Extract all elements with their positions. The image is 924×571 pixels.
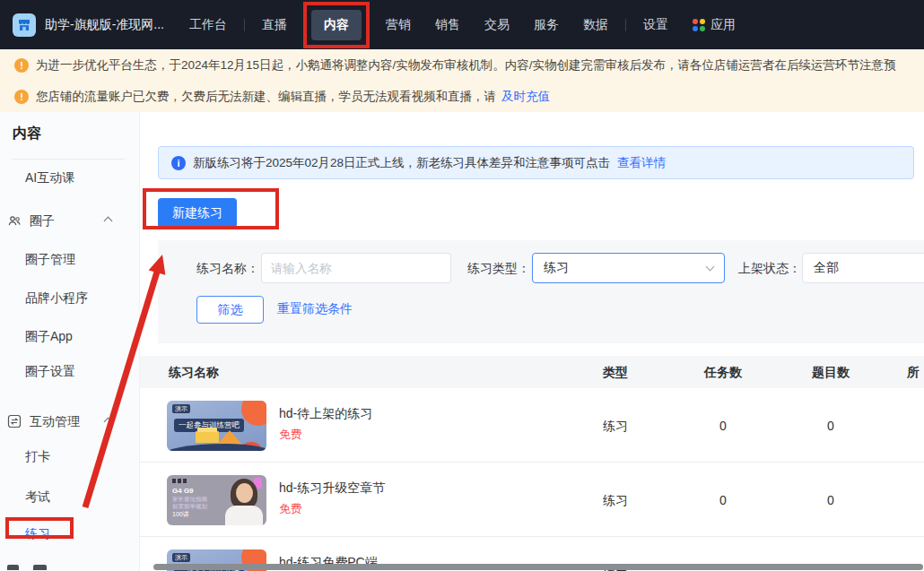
exercise-name-input[interactable] bbox=[261, 253, 451, 283]
notice-banner-audit: 为进一步优化平台生态，于2024年12月15日起，小鹅通将调整内容/实物发布审核… bbox=[0, 49, 924, 81]
notice-text: 您店铺的流量账户已欠费，欠费后无法新建、编辑直播，学员无法观看视频和直播，请 bbox=[36, 89, 496, 105]
recharge-link[interactable]: 及时充值 bbox=[501, 89, 550, 105]
chevron-up-icon[interactable] bbox=[104, 417, 113, 426]
chevron-down-icon bbox=[706, 263, 715, 272]
sidebar-group-circle[interactable]: 圈子 bbox=[7, 212, 124, 229]
cell-type: 练习 bbox=[588, 419, 642, 433]
storefront-icon bbox=[17, 18, 31, 32]
column-type: 类型 bbox=[588, 365, 642, 379]
exercise-type-value: 练习 bbox=[544, 260, 569, 276]
new-exercise-button[interactable]: 新建练习 bbox=[158, 198, 237, 228]
exercise-type-label: 练习类型： bbox=[467, 253, 530, 283]
notice-text: 为进一步优化平台生态，于2024年12月15日起，小鹅通将调整内容/实物发布审核… bbox=[36, 57, 896, 74]
shelf-status-select[interactable]: 全部 bbox=[802, 253, 924, 283]
top-navbar: 助学-旗舰版-准现网... 工作台 直播 内容 营销 销售 交易 服务 数据 设… bbox=[0, 0, 924, 49]
horizontal-scrollbar[interactable] bbox=[153, 564, 923, 570]
sidebar-item-exam[interactable]: 考试 bbox=[25, 488, 50, 506]
sidebar-item-partial bbox=[7, 565, 47, 570]
warning-icon bbox=[14, 90, 29, 104]
exercise-title[interactable]: hd-待上架的练习 bbox=[279, 406, 372, 422]
sidebar-item-circle-settings[interactable]: 圈子设置 bbox=[25, 362, 75, 380]
notice-banner-balance: 您店铺的流量账户已欠费，欠费后无法新建、编辑直播，学员无法观看视频和直播，请 及… bbox=[0, 81, 924, 112]
nav-item-trade[interactable]: 交易 bbox=[484, 17, 510, 33]
table-body: 演示 一起参与训练营吧 hd-待上架的练习 免费 练习 0 0 G4 G9 家长… bbox=[140, 388, 924, 571]
exercise-type-select[interactable]: 练习 bbox=[532, 253, 725, 283]
nav-item-live[interactable]: 直播 bbox=[262, 17, 287, 33]
filter-panel: 练习名称： 练习类型： 练习 上架状态： 全部 筛选 重置筛选条件 bbox=[158, 240, 924, 343]
nav-item-marketing[interactable]: 营销 bbox=[386, 17, 411, 33]
cell-task-count: 0 bbox=[696, 419, 750, 433]
sidebar-divider bbox=[12, 159, 125, 160]
nav-item-sales[interactable]: 销售 bbox=[435, 17, 460, 33]
thumbnail-text: 100讲 bbox=[172, 510, 189, 519]
nav-item-settings[interactable]: 设置 bbox=[643, 17, 668, 33]
column-task-count: 任务数 bbox=[696, 365, 750, 379]
nav-divider bbox=[244, 19, 245, 31]
nav-item-apps[interactable]: 应用 bbox=[693, 17, 736, 33]
view-details-link[interactable]: 查看详情 bbox=[617, 155, 666, 171]
nav-item-content-label: 内容 bbox=[324, 17, 349, 31]
column-extra-clipped: 所 bbox=[907, 365, 920, 379]
warning-icon bbox=[14, 58, 29, 73]
sidebar-item-checkin[interactable]: 打卡 bbox=[25, 447, 50, 465]
sidebar-item-practice[interactable]: 练习 bbox=[25, 524, 50, 542]
sidebar-item-circle-app[interactable]: 圈子App bbox=[25, 327, 73, 345]
sidebar-item-circle-manage[interactable]: 圈子管理 bbox=[25, 250, 75, 268]
thumbnail-text: G4 G9 bbox=[172, 487, 194, 495]
interaction-icon bbox=[7, 414, 22, 428]
sidebar-item-brand-miniapp[interactable]: 品牌小程序 bbox=[25, 289, 88, 307]
info-icon bbox=[171, 156, 186, 170]
people-icon bbox=[7, 213, 22, 228]
column-question-count: 题目数 bbox=[804, 365, 858, 379]
nav-item-apps-label: 应用 bbox=[710, 17, 736, 33]
app-logo-icon[interactable] bbox=[13, 13, 36, 37]
nav-item-workbench[interactable]: 工作台 bbox=[189, 17, 227, 33]
nav-divider bbox=[625, 19, 626, 31]
exercise-thumbnail: G4 G9 家长避坑指南 前置留学规划 100讲 bbox=[167, 475, 266, 525]
nav-item-service[interactable]: 服务 bbox=[534, 17, 559, 33]
sidebar-group-circle-label: 圈子 bbox=[30, 212, 55, 229]
exercise-name-label: 练习名称： bbox=[196, 253, 259, 283]
shelf-status-value: 全部 bbox=[814, 260, 839, 276]
exercise-thumbnail: 演示 一起参与训练营吧 bbox=[167, 401, 266, 451]
table-row[interactable]: G4 G9 家长避坑指南 前置留学规划 100讲 hd-练习升级空章节 免费 练… bbox=[140, 463, 924, 537]
sidebar: 内容 AI互动课 圈子 圈子管理 品牌小程序 圈子App 圈子设置 互动管理 bbox=[0, 112, 139, 571]
nav-item-content[interactable]: 内容 bbox=[311, 10, 362, 40]
shelf-status-label: 上架状态： bbox=[738, 253, 801, 283]
filter-button[interactable]: 筛选 bbox=[196, 296, 264, 324]
cell-type: 练习 bbox=[588, 493, 642, 507]
nav-item-data[interactable]: 数据 bbox=[583, 17, 608, 33]
info-banner-text: 新版练习将于2025年02月28日正式上线，新老练习具体差异和注意事项可点击 bbox=[193, 155, 610, 171]
main-content: 新版练习将于2025年02月28日正式上线，新老练习具体差异和注意事项可点击 查… bbox=[139, 112, 924, 571]
column-exercise-name: 练习名称 bbox=[169, 365, 219, 379]
reset-filters-link[interactable]: 重置筛选条件 bbox=[277, 301, 353, 317]
chevron-up-icon[interactable] bbox=[104, 216, 113, 225]
sidebar-group-interaction[interactable]: 互动管理 bbox=[7, 412, 124, 430]
apps-grid-icon bbox=[693, 19, 705, 31]
app-title[interactable]: 助学-旗舰版-准现网... bbox=[45, 17, 164, 33]
exercise-price: 免费 bbox=[279, 427, 302, 443]
nav-menu: 工作台 直播 内容 营销 销售 交易 服务 数据 设置 应用 bbox=[189, 10, 736, 40]
table-row[interactable]: 演示 一起参与训练营吧 hd-待上架的练习 免费 练习 0 0 bbox=[140, 388, 924, 463]
table-header: 练习名称 类型 任务数 题目数 所 bbox=[140, 356, 924, 388]
exercise-title[interactable]: hd-练习升级空章节 bbox=[279, 480, 385, 497]
cell-question-count: 0 bbox=[804, 419, 858, 433]
thumbnail-badge: 演示 bbox=[172, 553, 190, 562]
cell-question-count: 0 bbox=[804, 493, 858, 507]
sidebar-group-interaction-label: 互动管理 bbox=[30, 412, 80, 430]
sidebar-item-ai-course[interactable]: AI互动课 bbox=[25, 169, 74, 186]
thumbnail-badge: 演示 bbox=[172, 404, 190, 413]
info-banner: 新版练习将于2025年02月28日正式上线，新老练习具体差异和注意事项可点击 查… bbox=[158, 146, 914, 179]
sidebar-title: 内容 bbox=[13, 125, 41, 143]
exercise-price: 免费 bbox=[279, 501, 302, 517]
cell-task-count: 0 bbox=[696, 493, 750, 507]
